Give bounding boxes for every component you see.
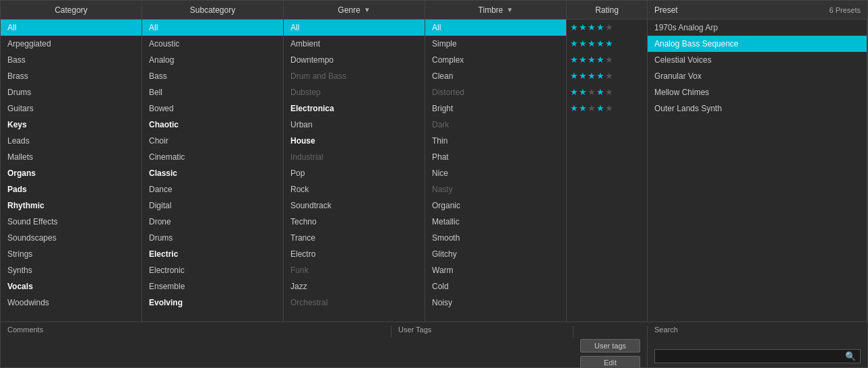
timbre-dropdown-arrow[interactable]: ▼ xyxy=(506,6,513,13)
genre-item-14[interactable]: Electro xyxy=(284,246,425,262)
timbre-item-12[interactable]: Metallic xyxy=(425,214,566,230)
genre-item-7[interactable]: House xyxy=(284,133,425,149)
rating-row-0[interactable]: ★★★★★ xyxy=(567,20,647,36)
genre-header-label: Genre xyxy=(338,5,360,15)
rating-row-2[interactable]: ★★★★★ xyxy=(567,52,647,68)
category-item-2[interactable]: Bass xyxy=(1,52,142,68)
category-item-17[interactable]: Woodwinds xyxy=(1,295,142,311)
timbre-item-15[interactable]: Warm xyxy=(425,262,566,278)
subcategory-item-9[interactable]: Classic xyxy=(142,165,283,181)
genre-item-10[interactable]: Rock xyxy=(284,181,425,197)
subcategory-item-8[interactable]: Cinematic xyxy=(142,149,283,165)
genre-header[interactable]: Genre ▼ xyxy=(284,1,425,19)
main-container: Category Subcategory Genre ▼ Timbre ▼ Ra… xyxy=(0,0,868,368)
subcategory-item-17[interactable]: Evolving xyxy=(142,295,283,311)
timbre-item-1[interactable]: Simple xyxy=(425,36,566,52)
timbre-item-7[interactable]: Thin xyxy=(425,133,566,149)
timbre-item-10[interactable]: Nasty xyxy=(425,181,566,197)
timbre-item-5[interactable]: Bright xyxy=(425,100,566,117)
rating-row-4[interactable]: ★★★★★ xyxy=(567,84,647,100)
edit-button[interactable]: Edit xyxy=(580,356,640,368)
subcategory-item-6[interactable]: Chaotic xyxy=(142,117,283,133)
preset-item-4[interactable]: Mellow Chimes xyxy=(648,84,867,100)
category-item-6[interactable]: Keys xyxy=(1,117,142,133)
subcategory-item-5[interactable]: Bowed xyxy=(142,100,283,117)
category-item-4[interactable]: Drums xyxy=(1,84,142,100)
subcategory-item-7[interactable]: Choir xyxy=(142,133,283,149)
genre-item-15[interactable]: Funk xyxy=(284,262,425,278)
timbre-header[interactable]: Timbre ▼ xyxy=(425,1,567,19)
subcategory-item-15[interactable]: Electronic xyxy=(142,262,283,278)
genre-list: AllAmbientDowntempoDrum and BassDubstepE… xyxy=(284,20,425,321)
timbre-item-14[interactable]: Glitchy xyxy=(425,246,566,262)
category-item-7[interactable]: Leads xyxy=(1,133,142,149)
search-input[interactable] xyxy=(659,352,845,361)
timbre-item-3[interactable]: Clean xyxy=(425,68,566,84)
timbre-item-13[interactable]: Smooth xyxy=(425,230,566,246)
subcategory-item-2[interactable]: Analog xyxy=(142,52,283,68)
subcategory-list: AllAcousticAnalogBassBellBowedChaoticCho… xyxy=(142,20,284,321)
category-item-0[interactable]: All xyxy=(1,20,142,36)
genre-item-1[interactable]: Ambient xyxy=(284,36,425,52)
preset-item-3[interactable]: Granular Vox xyxy=(648,68,867,84)
stars-5: ★★★★★ xyxy=(570,102,613,115)
genre-item-6[interactable]: Urban xyxy=(284,117,425,133)
category-item-9[interactable]: Organs xyxy=(1,165,142,181)
star-0-1: ★ xyxy=(579,22,587,34)
subcategory-item-16[interactable]: Ensemble xyxy=(142,278,283,295)
rating-row-1[interactable]: ★★★★★ xyxy=(567,36,647,52)
genre-item-9[interactable]: Pop xyxy=(284,165,425,181)
subcategory-item-1[interactable]: Acoustic xyxy=(142,36,283,52)
preset-item-2[interactable]: Celestial Voices xyxy=(648,52,867,68)
timbre-item-11[interactable]: Organic xyxy=(425,197,566,214)
genre-item-2[interactable]: Downtempo xyxy=(284,52,425,68)
genre-item-3[interactable]: Drum and Bass xyxy=(284,68,425,84)
subcategory-item-14[interactable]: Electric xyxy=(142,246,283,262)
subcategory-item-3[interactable]: Bass xyxy=(142,68,283,84)
star-1-4: ★ xyxy=(605,38,613,50)
preset-item-5[interactable]: Outer Lands Synth xyxy=(648,100,867,117)
rating-row-3[interactable]: ★★★★★ xyxy=(567,68,647,84)
subcategory-item-12[interactable]: Drone xyxy=(142,214,283,230)
timbre-item-9[interactable]: Nice xyxy=(425,165,566,181)
genre-item-4[interactable]: Dubstep xyxy=(284,84,425,100)
genre-item-11[interactable]: Soundtrack xyxy=(284,197,425,214)
rating-row-5[interactable]: ★★★★★ xyxy=(567,100,647,117)
timbre-item-8[interactable]: Phat xyxy=(425,149,566,165)
genre-item-16[interactable]: Jazz xyxy=(284,278,425,295)
category-item-10[interactable]: Pads xyxy=(1,181,142,197)
subcategory-item-0[interactable]: All xyxy=(142,20,283,36)
star-4-1: ★ xyxy=(579,86,587,98)
subcategory-item-10[interactable]: Dance xyxy=(142,181,283,197)
genre-item-13[interactable]: Trance xyxy=(284,230,425,246)
user-tags-button[interactable]: User tags xyxy=(580,339,640,352)
preset-item-1[interactable]: Analog Bass Sequence xyxy=(648,36,867,52)
category-item-8[interactable]: Mallets xyxy=(1,149,142,165)
category-item-3[interactable]: Brass xyxy=(1,68,142,84)
subcategory-item-13[interactable]: Drums xyxy=(142,230,283,246)
category-item-5[interactable]: Guitars xyxy=(1,100,142,117)
preset-item-0[interactable]: 1970s Analog Arp xyxy=(648,20,867,36)
genre-item-8[interactable]: Industrial xyxy=(284,149,425,165)
genre-item-5[interactable]: Electronica xyxy=(284,100,425,117)
category-item-1[interactable]: Arpeggiated xyxy=(1,36,142,52)
subcategory-item-4[interactable]: Bell xyxy=(142,84,283,100)
category-item-15[interactable]: Synths xyxy=(1,262,142,278)
category-item-12[interactable]: Sound Effects xyxy=(1,214,142,230)
genre-dropdown-arrow[interactable]: ▼ xyxy=(364,6,371,13)
subcategory-item-11[interactable]: Digital xyxy=(142,197,283,214)
category-item-13[interactable]: Soundscapes xyxy=(1,230,142,246)
timbre-item-6[interactable]: Dark xyxy=(425,117,566,133)
category-item-14[interactable]: Strings xyxy=(1,246,142,262)
category-item-11[interactable]: Rhythmic xyxy=(1,197,142,214)
category-item-16[interactable]: Vocals xyxy=(1,278,142,295)
genre-item-12[interactable]: Techno xyxy=(284,214,425,230)
timbre-item-2[interactable]: Complex xyxy=(425,52,566,68)
genre-item-0[interactable]: All xyxy=(284,20,425,36)
genre-item-17[interactable]: Orchestral xyxy=(284,295,425,311)
timbre-item-16[interactable]: Cold xyxy=(425,278,566,295)
rating-header: Rating xyxy=(567,1,648,19)
timbre-item-0[interactable]: All xyxy=(425,20,566,36)
timbre-item-17[interactable]: Noisy xyxy=(425,295,566,311)
timbre-item-4[interactable]: Distorted xyxy=(425,84,566,100)
